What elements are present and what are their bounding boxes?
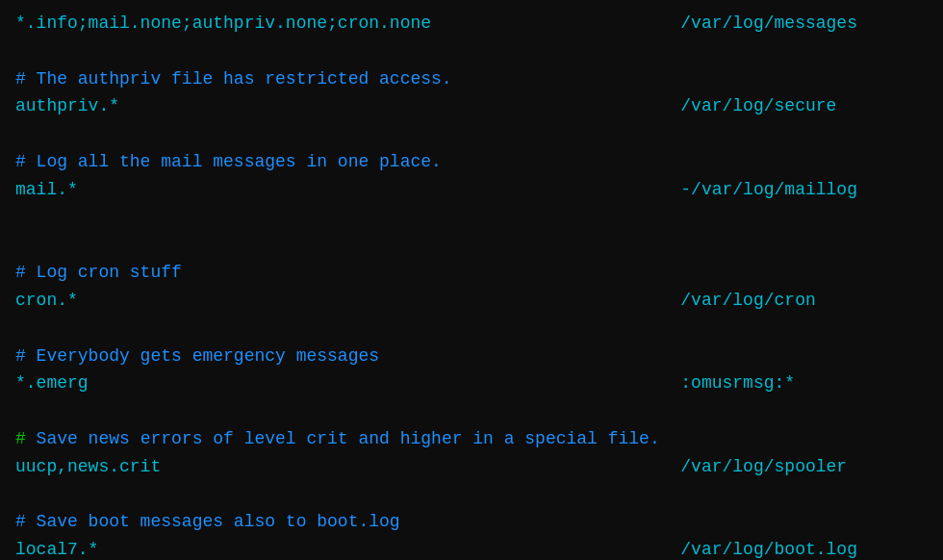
code-line: mail.* -/var/log/maillog [15,176,928,204]
comment-line: # Log cron stuff [15,259,928,287]
code-editor: *.info;mail.none;authpriv.none;cron.none… [15,10,928,560]
blank-line [15,231,928,259]
blank-line [15,481,928,509]
blank-line [15,204,928,232]
code-line: uucp,news.crit /var/log/spooler [15,453,928,481]
code-line: *.emerg :omusrmsg:* [15,369,928,397]
code-line: authpriv.* /var/log/secure [15,92,928,120]
code-line: cron.* /var/log/cron [15,287,928,315]
comment-line: # Log all the mail messages in one place… [15,148,928,176]
comment-line: # The authpriv file has restricted acces… [15,65,928,93]
blank-line [15,120,928,148]
special-comment-line: # Save news errors of level crit and hig… [15,425,928,453]
blank-line [15,397,928,425]
code-line: *.info;mail.none;authpriv.none;cron.none… [15,10,928,38]
comment-line: # Save boot messages also to boot.log [15,508,928,536]
comment-line: # Everybody gets emergency messages [15,343,928,370]
comment-text: Save news errors of level crit and highe… [26,429,660,448]
blank-line [15,38,928,65]
code-line: local7.* /var/log/boot.log [15,536,928,560]
blank-line [15,315,928,343]
green-hash: # [15,429,26,448]
